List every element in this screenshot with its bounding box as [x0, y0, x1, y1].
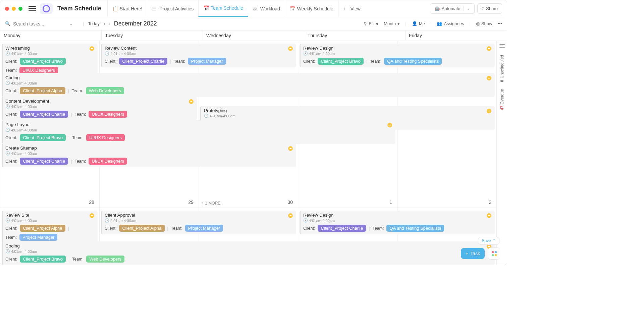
event-time: 🕓4:01am-4:00am	[5, 104, 194, 109]
clock-icon: 🕓	[5, 51, 10, 56]
event-title: Wireframing	[5, 46, 95, 51]
status-icon[interactable]	[487, 46, 491, 51]
overdue-indicator[interactable]: 47Overdue	[500, 89, 504, 110]
tab-weekly-schedule[interactable]: 📅Weekly Schedule	[285, 0, 338, 17]
automate-button[interactable]: 🤖Automate⌄	[430, 3, 475, 14]
share-label: Share	[486, 6, 498, 11]
apps-button[interactable]	[488, 247, 500, 260]
event-card[interactable]: Review Design 🕓4:01am-4:00am Client:Clie…	[300, 44, 495, 67]
event-time: 🕓4:01am-4:00am	[303, 51, 492, 56]
tab-label: Project Activities	[159, 6, 194, 11]
me-filter[interactable]: 👤Me	[412, 21, 425, 26]
event-time: 🕓4:01am-4:00am	[5, 81, 492, 85]
automate-label: Automate	[442, 6, 461, 11]
status-icon[interactable]	[487, 76, 491, 80]
assignees-filter[interactable]: 👥Assignees	[437, 21, 464, 26]
rail-toggle-icon[interactable]	[499, 44, 505, 48]
clock-icon: 🕓	[303, 51, 308, 56]
clock-icon: 🕓	[105, 218, 109, 223]
today-button[interactable]: Today	[88, 21, 100, 26]
doc-icon: 📋	[112, 6, 118, 11]
chevron-down-icon: ▾	[397, 21, 400, 26]
event-card[interactable]: Content Development 🕓4:01am-4:00am Clien…	[2, 97, 197, 120]
status-icon[interactable]	[288, 46, 293, 51]
status-icon[interactable]	[487, 213, 491, 218]
status-icon[interactable]	[288, 146, 293, 151]
status-icon[interactable]	[189, 99, 194, 104]
event-card[interactable]: Coding 🕓4:01am-4:00am Client:Client_Proj…	[2, 241, 495, 265]
tab-start-here[interactable]: 📋Start Here!	[107, 0, 147, 17]
event-card[interactable]: Client Approval 🕓4:01am-4:00am Client:Cl…	[101, 211, 296, 234]
week-row: Wireframing 🕓4:01am-4:00am Client:Client…	[0, 41, 497, 208]
day-headers: Monday Tuesday Wednesday Thursday Friday	[0, 31, 507, 41]
event-title: Review Site	[5, 213, 95, 218]
date-cell[interactable]: 30	[199, 198, 298, 206]
event-time: 🕓4:01am-4:00am	[105, 218, 293, 223]
share-button[interactable]: ⤴Share	[477, 3, 502, 14]
event-card[interactable]: Review Design 🕓4:01am-4:00am Client:Clie…	[300, 211, 495, 234]
event-title: Prototyping	[204, 108, 492, 113]
minimize-window[interactable]	[12, 7, 16, 11]
event-card[interactable]: Review Content 🕓4:01am-4:00am Client:Cli…	[101, 44, 296, 67]
menu-icon[interactable]	[29, 5, 36, 12]
status-icon[interactable]	[487, 109, 491, 113]
plus-icon: +	[343, 6, 348, 11]
date-cell[interactable]: 1	[298, 198, 397, 206]
search-input[interactable]	[13, 21, 67, 26]
event-title: Client Approval	[105, 213, 293, 218]
tab-project-activities[interactable]: ☰Project Activities	[147, 0, 198, 17]
calendar-body: Wireframing 🕓4:01am-4:00am Client:Client…	[0, 41, 507, 265]
tab-label: View	[351, 6, 361, 11]
right-rail: 0Unscheduled 47Overdue	[497, 41, 507, 265]
unscheduled-indicator[interactable]: 0Unscheduled	[500, 55, 504, 82]
clock-icon: 🕓	[5, 151, 10, 156]
save-button[interactable]: Save⌃	[478, 237, 500, 245]
day-header: Friday	[406, 31, 507, 41]
filter-button[interactable]: ⚲Filter	[364, 21, 378, 26]
status-icon[interactable]	[90, 46, 94, 51]
people-icon: 👥	[437, 21, 442, 26]
view-tabs: 📋Start Here! ☰Project Activities 📅Team S…	[107, 0, 365, 17]
page-title: Team Schedule	[57, 5, 101, 12]
app-logo[interactable]	[40, 3, 53, 14]
close-window[interactable]	[5, 7, 9, 11]
clock-icon: 🕓	[5, 81, 10, 85]
event-card[interactable]: Coding 🕓4:01am-4:00am Client:Client_Proj…	[2, 73, 495, 97]
event-card[interactable]: Wireframing 🕓4:01am-4:00am Client:Client…	[2, 44, 98, 76]
clock-icon: 🕓	[105, 51, 109, 56]
tab-team-schedule[interactable]: 📅Team Schedule	[198, 0, 248, 17]
workload-icon: ⚖	[253, 6, 258, 11]
event-card[interactable]: Page Layout 🕓4:01am-4:00am Client:Client…	[2, 120, 395, 144]
tab-workload[interactable]: ⚖Workload	[248, 0, 285, 17]
month-title: December 2022	[114, 20, 157, 27]
clock-icon: 🕓	[5, 218, 10, 223]
prev-month[interactable]: ‹	[104, 21, 105, 26]
next-month[interactable]: ›	[108, 21, 110, 26]
date-row: 28 29 30 1 2	[0, 198, 497, 206]
status-icon[interactable]	[288, 213, 293, 218]
top-bar: Team Schedule 📋Start Here! ☰Project Acti…	[0, 0, 507, 17]
event-title: Create Sitemap	[5, 146, 293, 151]
status-icon[interactable]	[90, 213, 94, 218]
show-button[interactable]: ◎Show	[476, 21, 492, 26]
new-task-button[interactable]: +Task	[461, 248, 485, 259]
more-menu[interactable]: •••	[497, 21, 502, 26]
maximize-window[interactable]	[18, 7, 22, 11]
status-icon[interactable]	[387, 123, 392, 127]
view-mode-dropdown[interactable]: Month▾	[384, 21, 400, 26]
date-cell[interactable]: 28	[0, 198, 100, 206]
tab-label: Start Here!	[120, 6, 143, 11]
event-title: Coding	[5, 75, 492, 80]
day-header: Monday	[0, 31, 102, 41]
tab-add-view[interactable]: +View	[338, 0, 365, 17]
event-time: 🕓4:01am-4:00am	[303, 218, 492, 223]
clock-icon: 🕓	[204, 114, 209, 118]
event-card[interactable]: Create Sitemap 🕓4:01am-4:00am Client:Cli…	[2, 144, 296, 167]
clock-icon: 🕓	[303, 218, 308, 223]
date-cell[interactable]: 29	[100, 198, 199, 206]
event-card[interactable]: Review Site 🕓4:01am-4:00am Client:Client…	[2, 211, 98, 243]
person-icon: 👤	[412, 21, 417, 26]
search-dropdown[interactable]: ⌄	[69, 21, 73, 26]
date-cell[interactable]: 2	[397, 198, 497, 206]
event-time: 🕓4:01am-4:00am	[5, 51, 95, 56]
